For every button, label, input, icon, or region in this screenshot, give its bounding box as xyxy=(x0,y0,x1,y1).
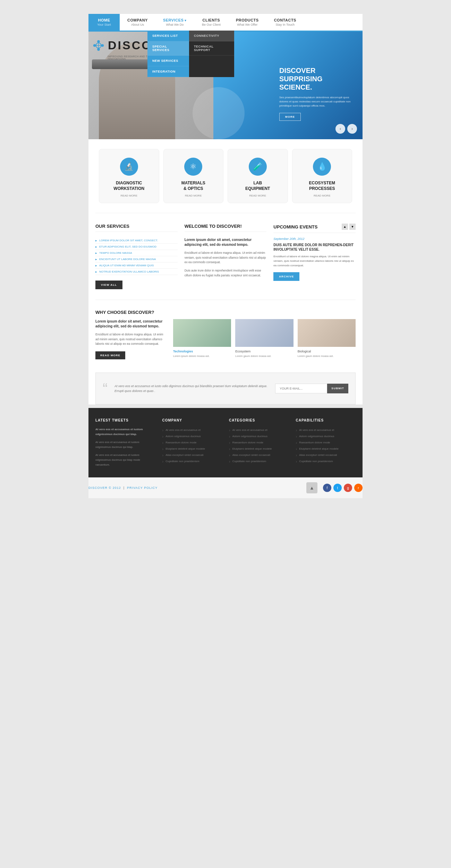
service-card-ecosystem[interactable]: 💧 ECOSYSTEMPROCESSES READ MORE xyxy=(292,149,352,203)
lab-read-more[interactable]: READ MORE xyxy=(233,194,283,197)
dropdown-technical-support[interactable]: TECHNICAL SUPPORT xyxy=(189,41,234,56)
footer-company-5[interactable]: Cupiditate non praeldenism xyxy=(162,458,222,465)
hero-more-button[interactable]: MORE xyxy=(279,113,301,121)
technologies-label[interactable]: Technologies xyxy=(173,350,231,353)
main-nav: HOME Your Start COMPANY About Us SERVICE… xyxy=(88,14,363,32)
footer-cap-2[interactable]: Raesantium dolore mode xyxy=(296,440,356,446)
why-choose-layout: Lorem ipsum dolor sit amet, consectetur … xyxy=(95,319,356,359)
footer-tweets-title: LATEST TWEETS xyxy=(95,418,155,422)
dropdown-connectivity[interactable]: CONNECTIVITY xyxy=(189,31,234,41)
service-card-diagnostic[interactable]: 🔬 DIAGNOSTICWORKSTATION READ MORE xyxy=(99,149,159,203)
welcome-col: WELCOME TO DISCOVER! Lorem ipsum dolor s… xyxy=(185,224,267,289)
footer-cat-0[interactable]: At vero eos et accusamus et xyxy=(229,427,289,433)
service-card-lab[interactable]: 🧪 LABEQUIPMENT READ MORE xyxy=(228,149,288,203)
view-all-button[interactable]: VIEW ALL xyxy=(95,281,122,289)
nav-services[interactable]: SERVICES What We Do xyxy=(155,14,194,31)
testimonial-text: At vero eos et accusamus et iusto odio d… xyxy=(114,384,268,394)
footer-cat-2[interactable]: Raesantium dolore mode xyxy=(229,440,289,446)
dropdown-right-panel: CONNECTIVITY TECHNICAL SUPPORT xyxy=(189,31,234,77)
nav-home[interactable]: HOME Your Start xyxy=(88,14,120,31)
email-input[interactable] xyxy=(275,384,327,393)
google-plus-icon[interactable]: g xyxy=(344,484,352,492)
ecosystem-card-desc: Lorem gaum dolore moasa ast. xyxy=(235,354,293,358)
hero-next-arrow[interactable]: › xyxy=(347,124,357,134)
footer-company-0[interactable]: At vero eos et accusamus et xyxy=(162,427,222,433)
ecosystem-image xyxy=(235,319,293,347)
social-icons: f t g r xyxy=(323,484,363,492)
footer-cat-3[interactable]: Eluiptarni deletinit atque modele xyxy=(229,446,289,452)
twitter-icon[interactable]: t xyxy=(333,484,342,492)
events-next-btn[interactable]: ▼ xyxy=(349,224,356,230)
diagnostic-read-more[interactable]: READ MORE xyxy=(104,194,154,197)
footer-company-4[interactable]: Alias excepturi sintet occaecati xyxy=(162,452,222,458)
footer-cat-5[interactable]: Cupiditate non praeldenism xyxy=(229,458,289,465)
biological-label: Biological xyxy=(298,350,356,353)
nav-company-sub: About Us xyxy=(127,23,148,26)
nav-company-label: COMPANY xyxy=(127,18,148,22)
why-choose-title: WHY CHOOSE DISCOVER? xyxy=(95,310,356,315)
svg-point-4 xyxy=(101,44,104,47)
service-item-0[interactable]: LOREM IPSUM DOLOR SIT AMET, CONSECT. xyxy=(95,237,178,244)
nav-home-label: HOME xyxy=(96,18,112,22)
service-item-1[interactable]: ETUR ADIPISICING ELIT, SED DO EIUSMOD xyxy=(95,244,178,250)
footer-company-1[interactable]: Astom odgnissimus ducimus xyxy=(162,433,222,440)
footer-company-2[interactable]: Raesantium dolore mode xyxy=(162,440,222,446)
welcome-title: WELCOME TO DISCOVER! xyxy=(185,224,267,232)
nav-contacts[interactable]: CONTACTS Stay In Touch xyxy=(266,14,304,31)
service-item-3[interactable]: ENCIDITUNT UT LABORE DOLORE MAGNA xyxy=(95,256,178,262)
privacy-policy-link[interactable]: PRIVACY POLICY xyxy=(127,486,158,490)
nav-products[interactable]: PRODUCTS What We Offer xyxy=(228,14,266,31)
service-card-materials[interactable]: ⚛ MATERIALS& OPTICS READ MORE xyxy=(163,149,224,203)
svg-point-3 xyxy=(93,44,96,47)
event-title: DUIS AUTE IRURE DOLOR IN REPREHEN-DERIT … xyxy=(273,243,356,252)
events-prev-btn[interactable]: ▲ xyxy=(342,224,348,230)
dropdown-new-services[interactable]: NEW SERVICES xyxy=(147,56,189,66)
diagnostic-title: DIAGNOSTICWORKSTATION xyxy=(104,181,154,191)
hero-description: Ses praesentibuinvoluptatum delentimos a… xyxy=(279,95,356,108)
footer-cap-5[interactable]: Cupiditate non praeldenism xyxy=(296,458,356,465)
facebook-icon[interactable]: f xyxy=(323,484,331,492)
ecosystem-read-more[interactable]: READ MORE xyxy=(297,194,347,197)
dropdown-services-list[interactable]: SERVICES LIST xyxy=(147,31,189,41)
submit-button[interactable]: SUBMIT xyxy=(327,384,348,393)
footer-cat-1[interactable]: Astom odgnissimus ducimus xyxy=(229,433,289,440)
event-date: September 20th, 2012 xyxy=(273,237,356,241)
technologies-image xyxy=(173,319,231,347)
hero-title: DISCOVER SURPRISING SCIENCE. xyxy=(279,66,356,91)
nav-products-sub: What We Offer xyxy=(236,23,259,26)
footer-cap-4[interactable]: Alias excepturi sintet occaecati xyxy=(296,452,356,458)
nav-contacts-sub: Stay In Touch xyxy=(274,23,296,26)
our-services-col: OUR SERVICES LOREM IPSUM DOLOR SIT AMET,… xyxy=(95,224,178,289)
nav-home-sub: Your Start xyxy=(96,23,112,26)
dropdown-integration[interactable]: INTEGRATION xyxy=(147,66,189,77)
why-choose-left: Lorem ipsum dolor sit amet, consectetur … xyxy=(95,319,165,359)
footer-company-3[interactable]: Eluiptarni deletinit atque modele xyxy=(162,446,222,452)
footer-company-title: COMPANY xyxy=(162,418,222,422)
quote-icon: “ xyxy=(103,381,108,396)
scroll-up-button[interactable]: ▲ xyxy=(306,482,317,493)
events-navigation: ▲ ▼ xyxy=(342,224,356,230)
hero-content: DISCOVER SURPRISING SCIENCE. Ses praesen… xyxy=(279,66,356,121)
services-list: LOREM IPSUM DOLOR SIT AMET, CONSECT. ETU… xyxy=(95,237,178,275)
materials-read-more[interactable]: READ MORE xyxy=(169,194,219,197)
email-form: SUBMIT xyxy=(275,384,348,393)
events-header: UPCOMING EVENTS ▲ ▼ xyxy=(273,224,356,233)
dropdown-special-services[interactable]: SPECIAL SERVICES xyxy=(147,41,189,56)
service-item-4[interactable]: ALIQUA UT ENIM AD MINIM VENIAM QUIS xyxy=(95,262,178,269)
welcome-text-2: Duis aute irure dolor in reprehenderit i… xyxy=(185,268,267,278)
service-item-5[interactable]: NOTRUD EXERCITATION ULLAMCO LABORIS xyxy=(95,269,178,275)
testimonial-section: “ At vero eos et accusamus et iusto odio… xyxy=(95,373,356,404)
archive-button[interactable]: ARCHIVE xyxy=(273,272,299,281)
nav-clients[interactable]: CLIENTS Be Our Client xyxy=(194,14,228,31)
hero-prev-arrow[interactable]: ‹ xyxy=(335,124,345,134)
rss-icon[interactable]: r xyxy=(354,484,363,492)
footer-cat-4[interactable]: Alias excepturi sintet occaecati xyxy=(229,452,289,458)
footer-cap-3[interactable]: Eluiptarni deletinit atque modele xyxy=(296,446,356,452)
footer-cap-1[interactable]: Astom odgnissimus ducimus xyxy=(296,433,356,440)
why-read-more-button[interactable]: READ MORE xyxy=(95,351,125,359)
welcome-bold-text: Lorem ipsum dolor sit amet, consectetur … xyxy=(185,237,267,247)
nav-company[interactable]: COMPANY About Us xyxy=(120,14,155,31)
service-item-2[interactable]: TEMPO DOLORE MASSA xyxy=(95,250,178,256)
footer-cap-0[interactable]: At vero eos et accusamus et xyxy=(296,427,356,433)
nav-contacts-label: CONTACTS xyxy=(274,18,296,22)
